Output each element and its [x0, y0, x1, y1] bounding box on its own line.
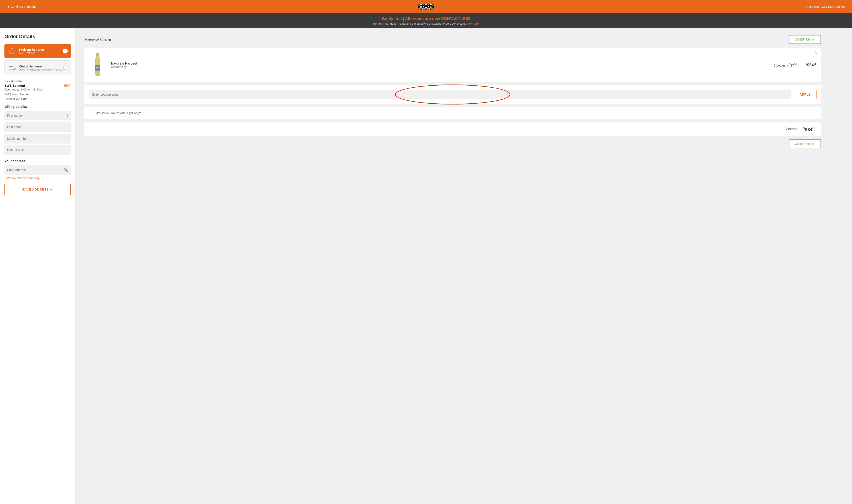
coupon-section: APPLY — [84, 85, 821, 104]
safety-subtitle: For any information regarding the steps … — [4, 22, 848, 25]
delivery-text: Get it delivered ASAP or when it's conve… — [19, 64, 63, 71]
delivery-option[interactable]: Get it delivered ASAP or when it's conve… — [4, 60, 71, 75]
svg-text:Harvest: Harvest — [96, 68, 99, 69]
main-content: Review Order CONFIRM ► ✕ Nature's Harves… — [75, 29, 830, 504]
mobile-input[interactable] — [7, 137, 68, 140]
safety-title: Safety first | All orders are now CONTAC… — [4, 16, 848, 21]
product-name: Nature's Harvest — [111, 61, 765, 65]
store-name: BWS Belmont — [4, 84, 44, 87]
pickup-checkmark: ✓ — [63, 49, 68, 53]
product-info: Nature's Harvest Chardonnay — [111, 61, 765, 69]
logo: B W S — [418, 2, 434, 12]
delivery-radio — [63, 66, 68, 70]
manual-address-link[interactable]: Enter my address manually — [4, 176, 71, 180]
subtotal-value: $$3400 — [803, 126, 816, 132]
product-price: $$3400 — [806, 62, 816, 68]
svg-text:Nature's: Nature's — [96, 67, 99, 68]
save-address-button[interactable]: SAVE ADDRESS ► — [4, 184, 71, 195]
pickup-subtitle: ASAP for free — [19, 52, 44, 55]
pickup-from-label: Pick up from: — [4, 79, 71, 83]
order-details-heading: Order Details — [4, 34, 71, 39]
store-city: Belmont WA 6104 — [4, 97, 44, 101]
svg-point-17 — [96, 74, 99, 76]
pickup-from-section: Pick up from: BWS Belmont Open today: 9:… — [4, 79, 71, 101]
delivery-icon — [8, 64, 16, 72]
product-variety: Chardonnay — [111, 65, 765, 69]
subtotal-label: Subtotal: — [784, 127, 799, 131]
svg-rect-13 — [96, 53, 99, 56]
subtotal-section: Subtotal: $$3400 — [84, 123, 821, 136]
store-info: BWS Belmont Open today: 9:00 am - 8:30 p… — [4, 84, 44, 101]
confirm-top-button[interactable]: CONFIRM ► — [789, 35, 821, 44]
gift-bag-row: Would you like to add a gift bag? — [84, 107, 821, 119]
delivery-title: Get it delivered — [19, 64, 63, 68]
apply-coupon-button[interactable]: APPLY — [794, 90, 816, 100]
gift-bag-text: Would you like to add a gift bag? — [96, 111, 141, 115]
mobile-field[interactable] — [4, 134, 71, 144]
pickup-title: Pick up in store — [19, 48, 44, 52]
close-item-button[interactable]: ✕ — [815, 51, 818, 56]
svg-text:S: S — [430, 5, 432, 8]
store-hours: Open today: 9:00 am - 8:30 pm — [4, 87, 44, 92]
svg-rect-10 — [9, 66, 13, 69]
pickup-option[interactable]: Pick up in store ASAP for free ✓ — [4, 44, 71, 58]
billing-label: Billing details: — [4, 105, 71, 108]
svg-text:W: W — [425, 5, 427, 8]
last-name-input[interactable] — [7, 125, 68, 129]
sidebar: Order Details Pick up in store ASAP for … — [0, 29, 75, 504]
product-image: Nature's Harvest — [89, 53, 107, 77]
delivery-subtitle: ASAP or when it's convenient for you — [19, 68, 63, 71]
order-card: ✕ Nature's Harvest Nature's Harvest — [84, 48, 821, 82]
address-section: Your address 🔍 Enter my address manually… — [4, 159, 71, 195]
confirm-bottom-button[interactable]: CONFIRM ► — [789, 139, 821, 148]
top-navigation: ◄ Continue shopping B W S Need help? Cal… — [0, 0, 852, 13]
bottom-confirm-wrapper: CONFIRM ► — [84, 139, 821, 148]
search-icon: 🔍 — [64, 168, 68, 172]
pickup-edit-row: BWS Belmont Open today: 9:00 am - 8:30 p… — [4, 84, 71, 101]
address-input-wrapper[interactable]: 🔍 — [4, 165, 71, 175]
svg-rect-9 — [10, 50, 14, 53]
right-spacer — [830, 29, 852, 504]
back-link[interactable]: ◄ Continue shopping — [7, 5, 37, 8]
address-label: Your address — [4, 159, 71, 163]
billing-section: Billing details: ℹ — [4, 105, 71, 155]
main-layout: Order Details Pick up in store ASAP for … — [0, 29, 852, 504]
svg-text:B: B — [420, 5, 422, 8]
review-header: Review Order CONFIRM ► — [84, 35, 821, 44]
help-text: Need help? Call 1300 138 297 — [806, 5, 845, 8]
first-name-input[interactable] — [7, 114, 67, 118]
order-item: Nature's Harvest Nature's Harvest Chardo… — [89, 53, 816, 77]
svg-point-12 — [13, 69, 15, 70]
dob-field[interactable] — [4, 145, 71, 155]
safety-banner: Safety first | All orders are now CONTAC… — [0, 13, 852, 29]
pickup-text: Pick up in store ASAP for free — [19, 48, 44, 55]
review-order-heading: Review Order — [84, 37, 111, 42]
svg-point-11 — [10, 69, 11, 70]
first-name-field[interactable]: ℹ — [4, 111, 71, 121]
store-address: 144 Epsom Avenue — [4, 92, 44, 97]
info-icon: ℹ — [67, 114, 68, 118]
covid-link[interactable]: click here — [467, 22, 479, 25]
coupon-input[interactable] — [89, 90, 791, 100]
pickup-icon — [8, 47, 16, 55]
product-quantity: 2 bottles × $1700 — [769, 63, 801, 67]
dob-input[interactable] — [7, 148, 68, 152]
edit-store-button[interactable]: EDIT — [64, 84, 71, 87]
address-input[interactable] — [7, 168, 64, 172]
gift-bag-checkbox[interactable] — [89, 111, 93, 115]
last-name-field[interactable] — [4, 122, 71, 132]
